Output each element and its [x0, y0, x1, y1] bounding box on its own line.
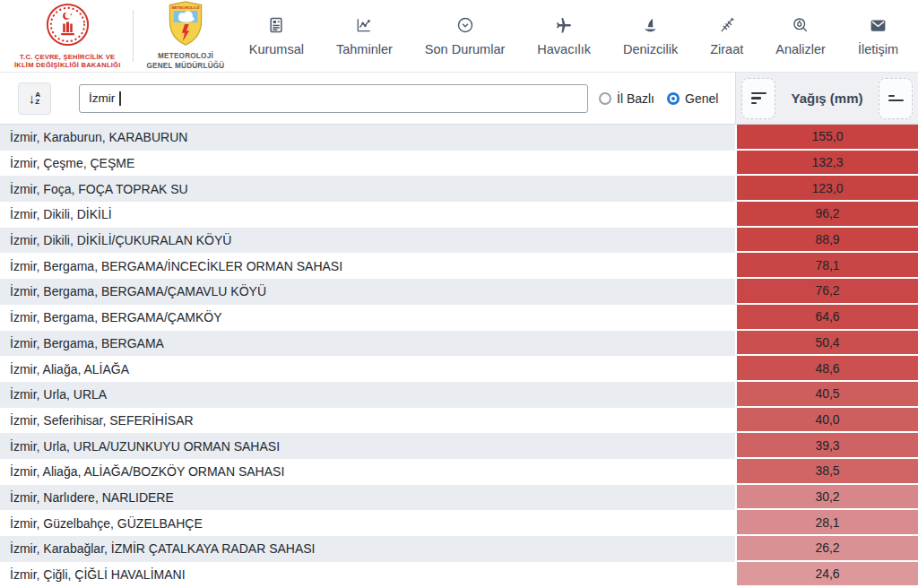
nav-item-label: Havacılık	[537, 42, 591, 56]
table-row: İzmir, Güzelbahçe, GÜZELBAHÇE 28,1	[0, 510, 918, 536]
table-row: İzmir, Narlıdere, NARLIDERE 30,2	[0, 485, 918, 511]
search-wrap	[79, 84, 588, 113]
plane-icon	[555, 15, 574, 35]
station-name-cell: İzmir, Dikili, DİKİLİ/ÇUKURALAN KÖYÜ	[0, 228, 735, 254]
table-row: İzmir, Seferihisar, SEFERİHİSAR 40,0	[0, 408, 918, 434]
table-row: İzmir, Urla, URLA/UZUNKUYU ORMAN SAHASI …	[0, 433, 918, 459]
value-cell: 30,2	[735, 485, 918, 511]
station-name-cell: İzmir, Urla, URLA/UZUNKUYU ORMAN SAHASI	[0, 433, 735, 459]
station-table: İzmir, Karaburun, KARABURUN 155,0 İzmir,…	[0, 125, 918, 587]
main-nav: Kurumsal Tahminler Son Durumlar Havacılı…	[249, 15, 902, 56]
header: T.C. ÇEVRE, ŞEHİRCİLİK VE İKLİM DEĞİŞİKL…	[0, 0, 918, 73]
station-name-cell: İzmir, Dikili, DİKİLİ	[0, 202, 735, 228]
station-name-cell: İzmir, Karabağlar, İZMİR ÇATALKAYA RADAR…	[0, 536, 735, 562]
toolbar: ↓ AZ İl Bazlı Genel Yağış (mm)	[0, 73, 918, 125]
table-row: İzmir, Çeşme, ÇEŞME 132,3	[0, 151, 918, 177]
ministry-logo-line1: T.C. ÇEVRE, ŞEHİRCİLİK VE	[14, 53, 120, 61]
ministry-logo-line2: İKLİM DEĞİŞİKLİĞİ BAKANLIĞI	[14, 61, 120, 69]
ministry-logo: T.C. ÇEVRE, ŞEHİRCİLİK VE İKLİM DEĞİŞİKL…	[14, 3, 120, 70]
value-cell: 88,9	[735, 228, 918, 254]
nav-item[interactable]: Kurumsal	[249, 15, 304, 56]
mgm-shield-icon: METEOROLOJİ	[167, 1, 204, 49]
mgm-logo-line1: METEOROLOJİ	[146, 52, 224, 61]
station-name-cell: İzmir, Bergama, BERGAMA/ÇAMAVLU KÖYÜ	[0, 279, 735, 305]
nav-item[interactable]: İletişim	[858, 15, 898, 56]
value-cell: 26,2	[735, 536, 918, 562]
station-name-cell: İzmir, Foça, FOÇA TOPRAK SU	[0, 176, 735, 202]
value-cell: 50,4	[735, 331, 918, 357]
table-row: İzmir, Urla, URLA 40,5	[0, 382, 918, 408]
sort-alphabetical-button[interactable]: ↓ AZ	[18, 82, 51, 115]
nav-item[interactable]: Son Durumlar	[425, 15, 505, 56]
radio-genel-label: Genel	[685, 91, 718, 106]
station-name-cell: İzmir, Bergama, BERGAMA/ÇAMKÖY	[0, 305, 735, 331]
station-name-cell: İzmir, Çeşme, ÇEŞME	[0, 151, 735, 177]
radio-il-bazli-label: İl Bazlı	[617, 91, 654, 106]
value-cell: 38,5	[735, 459, 918, 485]
value-cell: 123,0	[735, 176, 918, 202]
column-title: Yağış (mm)	[791, 91, 862, 106]
value-cell: 24,6	[735, 562, 918, 588]
mgm-logo-line2: GENEL MÜDÜRLÜĞÜ	[146, 62, 224, 71]
logo-group: T.C. ÇEVRE, ŞEHİRCİLİK VE İKLİM DEĞİŞİKL…	[14, 1, 224, 71]
nav-item-label: Son Durumlar	[425, 42, 505, 56]
table-row: İzmir, Aliağa, ALİAĞA/BOZKÖY ORMAN SAHAS…	[0, 459, 918, 485]
svg-text:METEOROLOJİ: METEOROLOJİ	[172, 6, 200, 11]
mgm-logo: METEOROLOJİ METEOROLOJİ GENEL MÜDÜRLÜĞÜ	[146, 1, 224, 71]
station-name-cell: İzmir, Bergama, BERGAMA	[0, 331, 735, 357]
wheat-icon	[718, 15, 736, 35]
sort-ascending-icon	[888, 95, 904, 102]
radio-checked-icon[interactable]	[667, 92, 680, 105]
radio-unchecked-icon[interactable]	[599, 92, 611, 105]
station-name-cell: İzmir, Güzelbahçe, GÜZELBAHÇE	[0, 510, 735, 536]
sort-descending-button[interactable]	[741, 78, 775, 119]
value-cell: 78,1	[735, 253, 918, 279]
table-row: İzmir, Bergama, BERGAMA/ÇAMKÖY 64,6	[0, 305, 918, 331]
text-caret	[119, 91, 121, 106]
logo-divider	[133, 10, 134, 62]
value-cell: 40,0	[735, 408, 918, 434]
value-cell: 132,3	[735, 151, 918, 177]
circle-chevron-down-icon	[456, 15, 474, 35]
station-name-cell: İzmir, Karaburun, KARABURUN	[0, 125, 735, 151]
station-search-input[interactable]	[79, 84, 588, 113]
table-row: İzmir, Aliağa, ALİAĞA 48,6	[0, 356, 918, 382]
mgm-logo-text: METEOROLOJİ GENEL MÜDÜRLÜĞÜ	[146, 52, 224, 71]
sort-az-icon: ↓ AZ	[29, 91, 40, 106]
nav-item[interactable]: Ziraat	[710, 15, 743, 56]
value-cell: 155,0	[735, 125, 918, 151]
station-name-cell: İzmir, Urla, URLA	[0, 382, 735, 408]
value-cell: 39,3	[735, 433, 918, 459]
value-column-header: Yağış (mm)	[735, 73, 918, 124]
ministry-emblem-icon	[46, 3, 90, 50]
radio-il-bazli[interactable]: İl Bazlı	[599, 91, 654, 106]
nav-item-label: Ziraat	[710, 42, 743, 56]
table-row: İzmir, Karaburun, KARABURUN 155,0	[0, 125, 918, 151]
nav-item[interactable]: Havacılık	[537, 15, 591, 56]
filter-radio-group: İl Bazlı Genel	[599, 91, 718, 106]
value-cell: 40,5	[735, 382, 918, 408]
value-cell: 76,2	[735, 279, 918, 305]
station-name-cell: İzmir, Aliağa, ALİAĞA	[0, 356, 735, 382]
sort-ascending-button[interactable]	[879, 78, 913, 119]
nav-item[interactable]: Denizcilik	[623, 15, 678, 56]
newspaper-icon	[267, 15, 285, 35]
table-row: İzmir, Bergama, BERGAMA/İNCECİKLER ORMAN…	[0, 253, 918, 279]
table-row: İzmir, Çiğli, ÇİĞLİ HAVALİMANI 24,6	[0, 562, 918, 588]
station-name-cell: İzmir, Çiğli, ÇİĞLİ HAVALİMANI	[0, 562, 735, 588]
nav-item[interactable]: Analizler	[775, 15, 826, 56]
value-cell: 28,1	[735, 510, 918, 536]
table-row: İzmir, Dikili, DİKİLİ 96,2	[0, 202, 918, 228]
sort-descending-icon	[751, 92, 766, 104]
nav-item-label: Tahminler	[336, 42, 393, 56]
value-cell: 48,6	[735, 356, 918, 382]
table-row: İzmir, Foça, FOÇA TOPRAK SU 123,0	[0, 176, 918, 202]
nav-item[interactable]: Tahminler	[336, 15, 393, 56]
nav-item-label: Kurumsal	[249, 42, 304, 56]
value-cell: 64,6	[735, 305, 918, 331]
station-name-cell: İzmir, Seferihisar, SEFERİHİSAR	[0, 408, 735, 434]
value-cell: 96,2	[735, 202, 918, 228]
toolbar-left: ↓ AZ İl Bazlı Genel	[0, 73, 735, 124]
table-row: İzmir, Bergama, BERGAMA 50,4	[0, 331, 918, 357]
radio-genel[interactable]: Genel	[667, 91, 718, 106]
